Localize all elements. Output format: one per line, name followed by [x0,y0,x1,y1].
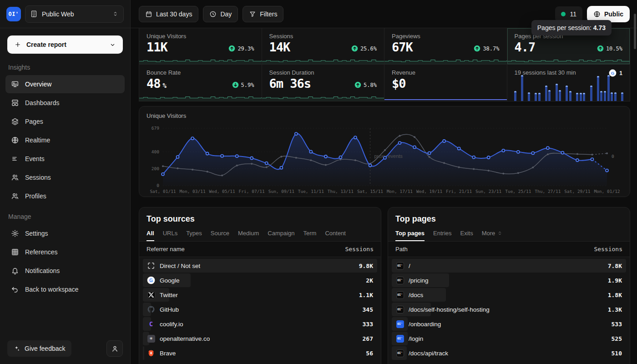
chart-tooltip: Pages per session: 4.73 [531,20,612,35]
tab-urls[interactable]: URLs [163,230,178,241]
table-row[interactable]: Brave 56 [143,346,377,360]
tab-types[interactable]: Types [186,230,202,241]
sidebar-item-realtime[interactable]: Realtime [5,131,125,149]
table-row[interactable]: Twitter 1.1K [143,288,377,302]
tab-all[interactable]: All [147,230,154,241]
funnel-icon [249,10,256,18]
sidebar-item-dashboards[interactable]: Dashboards [5,94,125,112]
tab-top-pages[interactable]: Top pages [395,230,425,241]
table-title: Top pages [388,214,630,224]
stat-card-sessions[interactable]: Sessions 14K25.6% [262,28,385,65]
table-tabs: Top pagesEntriesExitsMore [388,224,630,241]
unique-visitors-chart-card: Unique Visitors proxy events67940020000S… [139,106,630,197]
sidebar-item-references[interactable]: References [5,243,125,261]
row-value: 9.8K [359,263,373,269]
table-row[interactable]: GitHub 345 [143,303,377,316]
realtime-bar [514,91,516,101]
clock-icon [209,10,217,18]
svg-text:Sat, 01/11: Sat, 01/11 [150,189,176,194]
table-row[interactable]: OI' /docs 1.8K [392,288,626,302]
tab-source[interactable]: Source [211,230,229,241]
tab-content[interactable]: Content [325,230,346,241]
user-menu-button[interactable] [106,340,123,357]
table-row-partial[interactable]: OI' [392,361,626,364]
table-row[interactable]: ✳ openalternative.co 267 [143,332,377,345]
interval-button[interactable]: Day [203,6,238,22]
row-label: /docs/self-hosting/self-hosting [409,306,490,313]
sidebar-item-events[interactable]: Events [5,150,125,168]
table-row[interactable]: OI' /docs/self-hosting/self-hosting 1.3K [392,303,626,316]
table-row-partial[interactable] [143,361,377,364]
github-favicon-icon [147,305,155,313]
svg-text:Thu, 13/11: Thu, 13/11 [328,189,354,194]
tab-exits[interactable]: Exits [460,230,473,241]
row-label: /onboarding [409,321,441,328]
app-logo[interactable]: OI' [6,7,21,21]
realtime-bar [576,93,578,101]
table-row[interactable]: G Google 2K [143,273,377,287]
table-row[interactable]: C coolify.io 333 [143,317,377,331]
stat-label: Bounce Rate [147,69,254,76]
sidebar-footer: Give feedback [0,334,130,364]
row-value: 2K [366,277,373,284]
sidebar-item-settings[interactable]: Settings [5,224,125,243]
sidebar-item-label: References [25,248,58,256]
filters-button[interactable]: Filters [243,6,283,22]
stat-card-unique-visitors[interactable]: Unique Visitors 11K29.3% [139,28,262,65]
stat-value: 6m 36s [269,77,311,90]
row-label: Google [160,277,180,284]
stat-card-bounce-rate[interactable]: Bounce Rate 48%5.9% [139,65,262,101]
realtime-bar [535,93,537,101]
page-scrollbar[interactable] [634,14,636,49]
sidebar-item-pages[interactable]: Pages [5,112,125,131]
workspace-selector[interactable]: Public Web [25,5,124,23]
realtime-bar [614,92,617,101]
unique-visitors-chart[interactable]: proxy events67940020000Sat, 01/11Mon, 03… [147,122,622,195]
trend-down-icon [232,81,239,88]
stat-delta: 5.9% [232,81,254,88]
column-sessions: Sessions [594,246,622,253]
table-row[interactable]: OI' / 7.8K [392,259,626,273]
sidebar-item-label: Profiles [25,192,46,200]
row-label: / [409,263,410,269]
table-row[interactable]: OI' /login 525 [392,332,626,345]
stat-card-revenue[interactable]: Revenue $0 [384,65,507,101]
active-visitors-badge[interactable]: 11 [555,6,582,22]
tab-campaign[interactable]: Campaign [268,230,294,241]
op-blue-favicon-icon: OI' [396,320,404,328]
stat-card-pageviews[interactable]: Pageviews 67K38.7% [384,28,507,65]
tab-term[interactable]: Term [303,230,317,241]
table-rows: OI' / 7.8K OI' /pricing 1.9K OI' /docs 1… [388,257,630,364]
realtime-bar [521,75,523,101]
tab-more[interactable]: More [482,230,503,241]
bell-icon [11,267,19,275]
give-feedback-button[interactable]: Give feedback [7,340,71,357]
stat-delta: 5.8% [354,81,377,88]
table-row[interactable]: Direct / Not set 9.8K [143,259,377,273]
op-dark-favicon-icon: OI' [396,291,404,299]
sidebar-item-notifications[interactable]: Notifications [5,262,125,280]
sidebar-item-overview[interactable]: Overview [5,75,125,93]
table-row[interactable]: OI' /pricing 1.9K [392,273,626,287]
create-report-button[interactable]: Create report [7,35,123,54]
stat-card-session-duration[interactable]: Session Duration 6m 36s5.8% [262,65,385,101]
table-header: Referrer name Sessions [139,241,381,257]
svg-text:Sat, 15/11: Sat, 15/11 [357,189,383,194]
top-sources-card: Top sources AllURLsTypesSourceMediumCamp… [139,207,381,364]
table-row[interactable]: OI' /onboarding 533 [392,317,626,331]
grid-icon [11,248,19,256]
chevrons-up-down-icon [497,230,503,236]
svg-text:Sat, 29/11: Sat, 29/11 [564,189,590,194]
sidebar-item-profiles[interactable]: Profiles [5,187,125,205]
realtime-bar [548,90,551,101]
svg-text:Tue, 11/11: Tue, 11/11 [298,189,324,194]
table-row[interactable]: OI' /docs/api/track 510 [392,346,626,360]
realtime-bar [569,91,571,101]
tab-entries[interactable]: Entries [433,230,451,241]
op-dark-favicon-icon: OI' [396,276,404,284]
tab-medium[interactable]: Medium [238,230,259,241]
sidebar-item-sessions[interactable]: Sessions [5,168,125,187]
stat-card-19-sessions-last-30-min[interactable]: 19 sessions last 30 min G1 [507,65,630,101]
date-range-button[interactable]: Last 30 days [139,6,198,22]
sidebar-item-back-to-workspace[interactable]: Back to workspace [5,280,125,298]
